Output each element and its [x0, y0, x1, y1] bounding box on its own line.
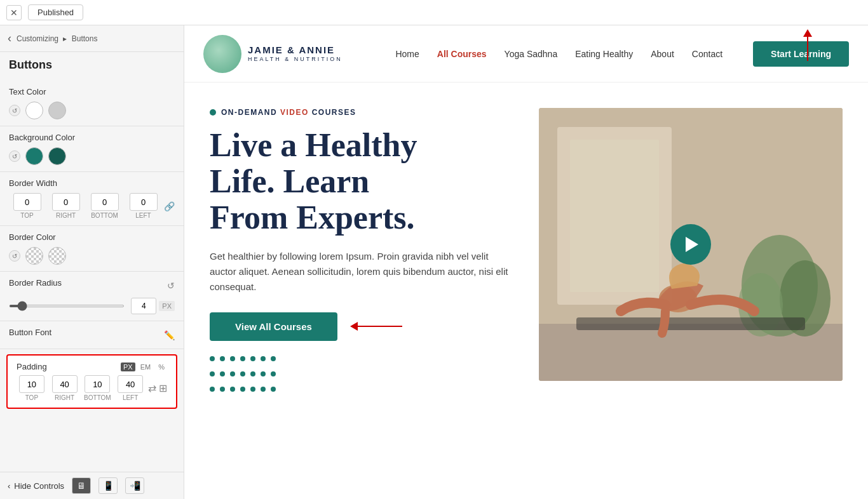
text-color-label: Text Color	[9, 87, 175, 96]
border-color-section: Border Color ↺	[0, 226, 184, 272]
bg-color-swatch-dark-teal[interactable]	[48, 147, 66, 165]
bg-color-swatch-teal[interactable]	[25, 147, 43, 165]
radius-unit: PX	[159, 301, 175, 311]
nav-all-courses[interactable]: All Courses	[437, 49, 487, 59]
hero-section: ON-DEMAND VIDEO COURSES Live a Healthy L…	[184, 83, 868, 404]
dots-decoration	[210, 356, 513, 392]
padding-right-input[interactable]	[52, 375, 78, 393]
text-color-row: ↺	[9, 102, 175, 119]
border-bottom-input[interactable]	[91, 193, 119, 211]
edit-pencil-icon[interactable]: ✏️	[164, 330, 175, 340]
border-width-section: Border Width TOP RIGHT BOTTOM LEFT	[0, 172, 184, 226]
dot	[250, 387, 255, 392]
padding-left-wrap: LEFT	[115, 375, 146, 401]
border-color-swatch-1[interactable]	[25, 247, 43, 265]
logo-circle	[203, 35, 241, 73]
hero-image	[539, 108, 843, 381]
border-right-input[interactable]	[52, 193, 80, 211]
dot	[261, 387, 266, 392]
site-logo: JAMIE & ANNIE HEALTH & NUTRITION	[203, 35, 342, 73]
border-width-grid: TOP RIGHT BOTTOM LEFT 🔗	[9, 193, 175, 219]
tablet-view-button[interactable]: 📱	[98, 477, 118, 494]
hero-right	[539, 108, 843, 392]
close-icon: ✕	[10, 8, 18, 18]
dots-row-2	[210, 371, 513, 376]
published-button[interactable]: Published	[28, 4, 83, 20]
dot	[210, 387, 215, 392]
text-color-swatch-gray[interactable]	[48, 102, 66, 119]
link-icon[interactable]: 🔗	[164, 201, 175, 211]
padding-grid: TOP RIGHT BOTTOM LEFT ⇄ ⊞	[17, 375, 167, 401]
dot	[220, 387, 225, 392]
border-color-reset[interactable]: ↺	[9, 250, 20, 262]
nav-home[interactable]: Home	[395, 49, 419, 59]
dot	[261, 356, 266, 361]
dot	[210, 371, 215, 376]
padding-left-label: LEFT	[123, 394, 138, 401]
border-bottom-wrap: BOTTOM	[86, 193, 123, 219]
desktop-view-button[interactable]: 🖥	[72, 477, 91, 494]
start-learning-button[interactable]: Start Learning	[753, 41, 849, 67]
padding-unit-em[interactable]: EM	[138, 363, 154, 371]
padding-label: Padding	[17, 362, 47, 371]
border-top-label: TOP	[20, 212, 33, 219]
padding-top-input[interactable]	[19, 375, 44, 393]
bg-color-section: Background Color ↺	[0, 126, 184, 172]
border-left-input[interactable]	[130, 193, 158, 211]
radius-slider-wrap	[9, 305, 125, 307]
border-top-input[interactable]	[13, 193, 41, 211]
text-color-section: Text Color ↺	[0, 81, 184, 126]
logo-sub: HEALTH & NUTRITION	[248, 56, 342, 62]
hero-tag-text: ON-DEMAND VIDEO COURSES	[221, 108, 356, 117]
border-color-swatch-2[interactable]	[48, 247, 66, 265]
bottom-toolbar: ‹ Hide Controls 🖥 📱 📲	[0, 472, 184, 499]
mobile-view-button[interactable]: 📲	[125, 477, 144, 494]
left-panel: ‹ Customizing ▸ Buttons Buttons Text Col…	[0, 25, 184, 499]
padding-unit-pct[interactable]: %	[156, 363, 167, 371]
border-color-label: Border Color	[9, 232, 175, 242]
text-color-reset[interactable]: ↺	[9, 105, 20, 116]
hero-title-line3: From Experts.	[210, 199, 513, 236]
hero-left: ON-DEMAND VIDEO COURSES Live a Healthy L…	[210, 108, 513, 392]
dot	[271, 371, 276, 376]
border-radius-input[interactable]	[131, 298, 156, 314]
breadcrumb-root: Customizing	[17, 34, 58, 43]
text-color-swatch-white[interactable]	[25, 102, 43, 119]
hide-controls-button[interactable]: ‹ Hide Controls	[8, 481, 64, 491]
button-font-section: Button Font ✏️	[0, 321, 184, 349]
dots-row-3	[210, 387, 513, 392]
border-radius-section: Border Radius ↺ PX	[0, 272, 184, 321]
nav-eating[interactable]: Eating Healthy	[575, 49, 633, 59]
hero-tag-highlight: VIDEO	[280, 108, 309, 117]
border-radius-reset[interactable]: ↺	[167, 281, 175, 291]
close-button[interactable]: ✕	[6, 5, 22, 20]
radius-value-wrap: PX	[131, 298, 175, 314]
dots-row-1	[210, 356, 513, 361]
dot	[240, 371, 245, 376]
nav-yoga[interactable]: Yoga Sadhna	[505, 49, 558, 59]
border-right-label: RIGHT	[56, 212, 76, 219]
logo-text: JAMIE & ANNIE HEALTH & NUTRITION	[248, 45, 342, 62]
view-all-courses-button[interactable]: View All Courses	[210, 312, 337, 341]
padding-link-icon[interactable]: ⇄	[148, 382, 156, 394]
dot	[220, 356, 225, 361]
dot	[240, 356, 245, 361]
dot	[271, 387, 276, 392]
play-button[interactable]	[670, 224, 711, 265]
dot	[261, 371, 266, 376]
back-button[interactable]: ‹	[8, 32, 11, 45]
padding-left-input[interactable]	[118, 375, 143, 393]
nav-about[interactable]: About	[651, 49, 674, 59]
padding-bottom-input[interactable]	[85, 375, 110, 393]
hide-controls-label: Hide Controls	[14, 481, 64, 491]
hero-title: Live a Healthy Life. Learn From Experts.	[210, 127, 513, 236]
bg-color-reset[interactable]: ↺	[9, 150, 20, 162]
nav-contact[interactable]: Contact	[692, 49, 722, 59]
padding-right-wrap: RIGHT	[50, 375, 80, 401]
padding-unit-px[interactable]: PX	[121, 363, 135, 371]
border-top-wrap: TOP	[9, 193, 45, 219]
panel-title: Buttons	[0, 52, 184, 81]
border-radius-slider[interactable]	[9, 305, 125, 307]
padding-expand-icon[interactable]: ⊞	[159, 382, 167, 394]
hero-cta-row: View All Courses	[210, 312, 513, 341]
